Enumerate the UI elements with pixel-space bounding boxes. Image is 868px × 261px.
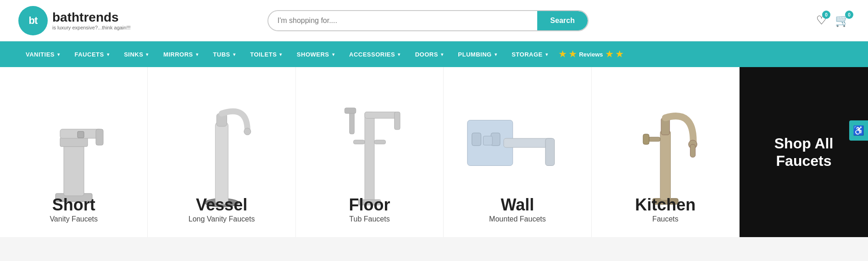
chevron-down-icon: ▾ bbox=[107, 52, 110, 57]
search-input[interactable] bbox=[268, 11, 538, 30]
svg-rect-12 bbox=[365, 112, 397, 119]
star-icon-3: ★ bbox=[606, 49, 613, 59]
logo-text: bathtrends is luxury expensive?...think … bbox=[52, 11, 131, 30]
header-icons: ♡ 0 🛒 0 bbox=[816, 13, 850, 28]
star-icon-2: ★ bbox=[569, 49, 576, 59]
reviews-area[interactable]: ★ ★ Reviews ★ ★ bbox=[559, 49, 623, 59]
nav-item-mirrors[interactable]: MIRRORS ▾ bbox=[156, 41, 206, 67]
shop-all-text: Shop All Faucets bbox=[765, 125, 843, 179]
product-sub-label: Tub Faucets bbox=[349, 215, 390, 223]
svg-rect-1 bbox=[64, 143, 84, 196]
product-card-vessel-long[interactable]: Vessel Long Vanity Faucets bbox=[148, 67, 295, 237]
svg-rect-30 bbox=[643, 134, 649, 144]
wall-faucet-svg bbox=[458, 102, 576, 202]
wishlist-button[interactable]: ♡ 0 bbox=[816, 13, 827, 28]
logo-tagline: is luxury expensive?...think again!!! bbox=[52, 25, 131, 30]
chevron-down-icon: ▾ bbox=[545, 52, 548, 57]
chevron-down-icon: ▾ bbox=[495, 52, 497, 57]
search-button[interactable]: Search bbox=[537, 11, 587, 30]
svg-rect-10 bbox=[365, 112, 374, 204]
search-area: Search bbox=[222, 10, 634, 31]
product-card-short-vanity[interactable]: Short Vanity Faucets bbox=[0, 67, 148, 237]
chevron-down-icon: ▾ bbox=[398, 52, 401, 57]
nav-item-vanities[interactable]: VANITIES ▾ bbox=[18, 41, 67, 67]
svg-rect-25 bbox=[660, 130, 670, 200]
product-label-short: Short Vanity Faucets bbox=[50, 197, 98, 223]
logo-name: bathtrends bbox=[52, 11, 131, 24]
logo-icon: bt bbox=[18, 6, 48, 35]
chevron-down-icon: ▾ bbox=[441, 52, 444, 57]
product-label-wall: Wall Mounted Faucets bbox=[489, 197, 546, 223]
chevron-down-icon: ▾ bbox=[279, 52, 282, 57]
svg-rect-7 bbox=[215, 122, 228, 204]
header: bt bathtrends is luxury expensive?...thi… bbox=[0, 0, 868, 41]
logo-area: bt bathtrends is luxury expensive?...thi… bbox=[18, 6, 131, 35]
cart-button[interactable]: 🛒 0 bbox=[835, 13, 850, 28]
product-card-kitchen[interactable]: Kitchen Faucets bbox=[592, 67, 740, 237]
wishlist-badge: 0 bbox=[822, 11, 830, 19]
svg-rect-17 bbox=[374, 140, 386, 144]
svg-rect-4 bbox=[96, 129, 103, 145]
chevron-down-icon: ▾ bbox=[146, 52, 149, 57]
star-icon-4: ★ bbox=[616, 49, 623, 59]
product-main-label: Short bbox=[50, 197, 98, 213]
chevron-down-icon: ▾ bbox=[332, 52, 335, 57]
product-sub-label: Long Vanity Faucets bbox=[189, 215, 255, 223]
search-input-wrap: Search bbox=[267, 10, 589, 31]
product-sub-label: Mounted Faucets bbox=[489, 215, 546, 223]
nav-item-toilets[interactable]: TOILETS ▾ bbox=[243, 41, 289, 67]
shop-all-card[interactable]: Shop All Faucets bbox=[740, 67, 868, 237]
product-main-label: Wall bbox=[489, 197, 546, 213]
nav-item-faucets[interactable]: FAUCETS ▾ bbox=[67, 41, 117, 67]
svg-rect-20 bbox=[545, 138, 555, 165]
svg-rect-5 bbox=[78, 131, 84, 138]
svg-rect-23 bbox=[484, 136, 493, 145]
svg-rect-16 bbox=[354, 140, 365, 144]
nav-item-showers[interactable]: SHOWERS ▾ bbox=[289, 41, 342, 67]
chevron-down-icon: ▾ bbox=[233, 52, 236, 57]
svg-rect-15 bbox=[345, 108, 356, 113]
nav-item-storage[interactable]: STORAGE ▾ bbox=[504, 41, 555, 67]
star-icon-1: ★ bbox=[559, 49, 566, 59]
nav-item-doors[interactable]: DOORS ▾ bbox=[408, 41, 451, 67]
product-section: Short Vanity Faucets Vessel Long Vanity … bbox=[0, 67, 868, 237]
product-main-label: Kitchen bbox=[635, 197, 696, 213]
nav-item-plumbing[interactable]: PLUMBING ▾ bbox=[451, 41, 504, 67]
product-label-kitchen: Kitchen Faucets bbox=[635, 197, 696, 223]
product-card-wall-mounted[interactable]: Wall Mounted Faucets bbox=[444, 67, 591, 237]
nav-item-tubs[interactable]: TUBS ▾ bbox=[206, 41, 243, 67]
svg-point-9 bbox=[244, 128, 251, 135]
svg-rect-2 bbox=[60, 137, 88, 147]
product-label-vessel: Vessel Long Vanity Faucets bbox=[189, 197, 255, 223]
product-sub-label: Faucets bbox=[635, 215, 696, 223]
chevron-down-icon: ▾ bbox=[196, 52, 199, 57]
svg-rect-21 bbox=[472, 133, 481, 146]
cart-badge: 0 bbox=[845, 11, 853, 19]
product-main-label: Vessel bbox=[189, 197, 255, 213]
svg-rect-13 bbox=[395, 112, 400, 130]
svg-rect-28 bbox=[690, 144, 695, 157]
product-main-label: Floor bbox=[349, 197, 390, 213]
nav-bar: VANITIES ▾ FAUCETS ▾ SINKS ▾ MIRRORS ▾ T… bbox=[0, 41, 868, 67]
chevron-down-icon: ▾ bbox=[57, 52, 60, 57]
reviews-label: Reviews bbox=[579, 51, 603, 58]
product-label-floor: Floor Tub Faucets bbox=[349, 197, 390, 223]
nav-item-accessories[interactable]: ACCESSORIES ▾ bbox=[342, 41, 408, 67]
accessibility-button[interactable]: ♿ bbox=[849, 120, 868, 141]
product-card-floor-tub[interactable]: Floor Tub Faucets bbox=[296, 67, 444, 237]
product-sub-label: Vanity Faucets bbox=[50, 215, 98, 223]
nav-item-sinks[interactable]: SINKS ▾ bbox=[117, 41, 156, 67]
